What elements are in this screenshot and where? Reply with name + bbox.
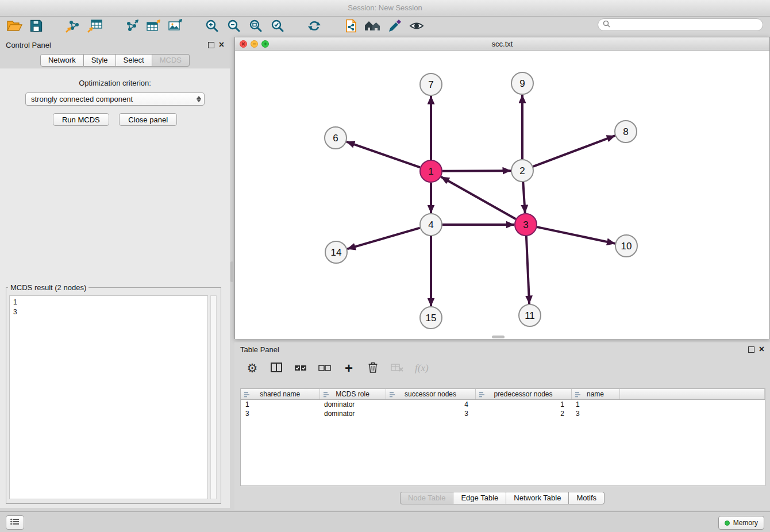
zoom-fit-icon: [249, 19, 263, 34]
node-14[interactable]: 14: [325, 241, 347, 263]
edge-3-1[interactable]: [441, 177, 515, 219]
select-stepper-icon: [197, 96, 201, 102]
edge-2-8[interactable]: [533, 136, 615, 167]
network-window-titlebar[interactable]: scc.txt: [235, 37, 769, 51]
show-columns-button[interactable]: [270, 361, 283, 376]
zoom-out-button[interactable]: [223, 18, 245, 35]
import-network-button[interactable]: [62, 18, 84, 35]
control-panel: Control Panel × NetworkStyleSelectMCDS O…: [0, 36, 230, 508]
refresh-icon: [307, 19, 322, 34]
zoom-selected-button[interactable]: [267, 18, 288, 35]
apply-style-button[interactable]: [384, 18, 406, 35]
tab-edge-table[interactable]: Edge Table: [453, 492, 506, 504]
svg-text:3: 3: [523, 219, 528, 230]
plus-icon: +: [345, 363, 353, 374]
node-2[interactable]: 2: [511, 160, 533, 182]
search-input[interactable]: [613, 20, 758, 29]
column-header-predecessor-nodes[interactable]: predecessor nodes: [475, 389, 571, 400]
select-all-button[interactable]: [294, 361, 307, 376]
window-title: Session: New Session: [348, 3, 422, 12]
network-vscrollbar[interactable]: [230, 261, 233, 282]
network-graph[interactable]: 7968124314101511: [235, 51, 769, 339]
column-header-name[interactable]: name: [571, 389, 619, 400]
node-11[interactable]: 11: [519, 304, 541, 326]
clone-network-button[interactable]: [340, 18, 362, 35]
node-10[interactable]: 10: [615, 235, 637, 257]
tab-node-table[interactable]: Node Table: [400, 492, 454, 504]
table-row[interactable]: 3dominator323: [241, 409, 765, 418]
delete-table-button[interactable]: [391, 361, 403, 376]
tab-style[interactable]: Style: [84, 54, 116, 67]
function-builder-button[interactable]: f(x): [415, 361, 429, 376]
export-image-button[interactable]: [164, 18, 186, 35]
svg-text:6: 6: [333, 133, 338, 144]
node-3[interactable]: 3: [515, 214, 537, 236]
node-9[interactable]: 9: [511, 72, 533, 94]
task-history-button[interactable]: [6, 515, 24, 530]
node-1[interactable]: 1: [420, 160, 442, 182]
tab-select[interactable]: Select: [116, 54, 152, 67]
table-toolbar: ⚙ +: [234, 356, 770, 380]
memory-label: Memory: [733, 519, 758, 527]
edge-3-10[interactable]: [537, 227, 615, 244]
column-header-successor-nodes[interactable]: successor nodes: [386, 389, 475, 400]
column-header-filler: [619, 389, 765, 400]
window-titlebar[interactable]: Session: New Session: [0, 0, 770, 17]
minimize-window-button[interactable]: [251, 40, 258, 48]
search-box[interactable]: [598, 18, 763, 31]
float-table-panel-icon[interactable]: [748, 346, 754, 353]
edge-1-6[interactable]: [346, 142, 420, 168]
optimization-select[interactable]: strongly connected component: [25, 92, 205, 106]
import-table-button[interactable]: [84, 18, 106, 35]
column-header-mcds-role[interactable]: MCDS role: [319, 389, 386, 400]
zoom-out-icon: [227, 19, 241, 34]
svg-text:2: 2: [519, 165, 525, 176]
tab-network-table[interactable]: Network Table: [506, 492, 569, 504]
table-settings-button[interactable]: ⚙: [246, 361, 259, 376]
float-panel-icon[interactable]: [208, 42, 214, 48]
export-network-button[interactable]: [121, 18, 143, 35]
import-network-icon: [66, 19, 80, 34]
network-canvas[interactable]: 7968124314101511: [235, 51, 769, 339]
node-7[interactable]: 7: [420, 74, 442, 95]
add-column-button[interactable]: +: [342, 361, 355, 376]
delete-column-button[interactable]: [367, 361, 379, 376]
node-8[interactable]: 8: [615, 121, 637, 142]
node-table-container[interactable]: shared nameMCDS rolesuccessor nodesprede…: [240, 388, 765, 486]
unchecked-boxes-icon: [318, 364, 331, 373]
svg-text:1: 1: [428, 166, 433, 177]
refresh-view-button[interactable]: [303, 18, 325, 35]
close-panel-icon[interactable]: ×: [219, 41, 224, 48]
memory-button[interactable]: Memory: [718, 516, 764, 530]
edge-2-3[interactable]: [523, 182, 525, 213]
edge-4-14[interactable]: [347, 228, 420, 249]
show-hide-button[interactable]: [406, 18, 428, 35]
home-layout-button[interactable]: [362, 18, 384, 35]
close-window-button[interactable]: [240, 40, 247, 48]
tab-mcds[interactable]: MCDS: [152, 54, 190, 67]
node-4[interactable]: 4: [420, 214, 442, 236]
edge-1-2[interactable]: [442, 171, 511, 171]
close-panel-button[interactable]: Close panel: [119, 113, 177, 126]
zoom-in-icon: [205, 19, 219, 34]
node-6[interactable]: 6: [325, 127, 346, 149]
export-table-icon: [146, 19, 161, 34]
save-session-button[interactable]: [25, 18, 47, 35]
run-mcds-button[interactable]: Run MCDS: [53, 113, 109, 126]
zoom-in-button[interactable]: [201, 18, 223, 35]
edge-3-11[interactable]: [526, 236, 529, 304]
result-scrollbar[interactable]: [210, 295, 217, 499]
zoom-fit-button[interactable]: [245, 18, 267, 35]
column-header-shared-name[interactable]: shared name: [241, 389, 319, 400]
export-table-button[interactable]: [143, 18, 164, 35]
svg-text:7: 7: [428, 79, 433, 90]
tab-motifs[interactable]: Motifs: [569, 492, 605, 504]
table-row[interactable]: 1dominator411: [241, 400, 765, 410]
zoom-window-button[interactable]: [261, 40, 269, 48]
close-table-panel-icon[interactable]: ×: [759, 346, 764, 353]
tab-network[interactable]: Network: [40, 54, 84, 67]
node-15[interactable]: 15: [420, 307, 442, 329]
open-session-button[interactable]: [3, 18, 25, 35]
network-hscrollbar[interactable]: [492, 336, 505, 338]
deselect-all-button[interactable]: [318, 361, 331, 376]
